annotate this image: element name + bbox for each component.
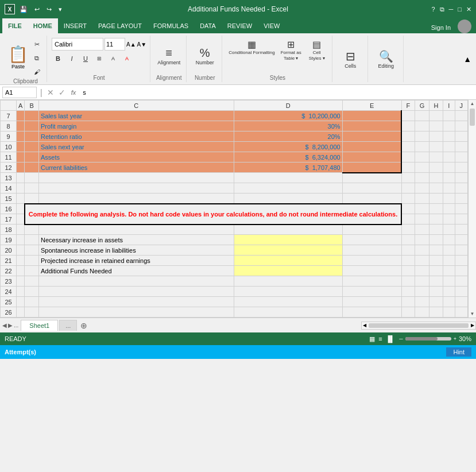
cell-d15[interactable] bbox=[234, 194, 342, 204]
cell-c12[interactable]: Current liabilities bbox=[38, 163, 234, 173]
sheet-tab-more[interactable]: ... bbox=[59, 320, 77, 331]
cell-j9[interactable] bbox=[455, 131, 467, 142]
restore-btn[interactable]: ⧉ bbox=[440, 6, 444, 13]
cell-h19[interactable] bbox=[429, 235, 443, 245]
italic-btn[interactable]: I bbox=[65, 52, 78, 65]
cell-f8[interactable] bbox=[401, 121, 415, 131]
col-header-c[interactable]: C bbox=[38, 100, 234, 111]
horizontal-scrollbar[interactable]: ◀ ▶ bbox=[361, 322, 476, 330]
cell-c13[interactable] bbox=[38, 173, 234, 183]
cell-a8[interactable] bbox=[17, 121, 25, 131]
cell-a16[interactable] bbox=[17, 204, 25, 214]
cell-h8[interactable] bbox=[429, 121, 443, 131]
decrease-font-btn[interactable]: A▼ bbox=[137, 41, 147, 48]
cell-a26[interactable] bbox=[17, 307, 25, 318]
cell-h20[interactable] bbox=[429, 245, 443, 256]
cell-g19[interactable] bbox=[415, 235, 429, 245]
cell-j17[interactable] bbox=[455, 214, 467, 225]
col-header-e[interactable]: E bbox=[342, 100, 401, 111]
cell-c20[interactable]: Spontaneous increase in liabilities bbox=[38, 245, 234, 256]
cell-a10[interactable] bbox=[17, 142, 25, 152]
cell-g12[interactable] bbox=[415, 163, 429, 173]
cell-g24[interactable] bbox=[415, 287, 429, 297]
cell-f14[interactable] bbox=[401, 183, 415, 194]
col-header-b[interactable]: B bbox=[25, 100, 39, 111]
cell-a21[interactable] bbox=[17, 256, 25, 266]
cell-h12[interactable] bbox=[429, 163, 443, 173]
cell-i14[interactable] bbox=[443, 183, 455, 194]
copy-btn[interactable]: ⧉ bbox=[30, 52, 43, 64]
hint-button[interactable]: Hint bbox=[446, 347, 471, 357]
next-sheet-btn[interactable]: ▶ bbox=[8, 322, 13, 328]
cell-d20[interactable] bbox=[234, 245, 342, 256]
cell-c21[interactable]: Projected increase in retained earnings bbox=[38, 256, 234, 266]
cell-i15[interactable] bbox=[443, 194, 455, 204]
zoom-slider[interactable] bbox=[405, 337, 451, 341]
format-painter-btn[interactable]: 🖌 bbox=[30, 65, 43, 78]
cell-j18[interactable] bbox=[455, 225, 467, 235]
col-header-h[interactable]: H bbox=[429, 100, 443, 111]
cell-c9[interactable]: Retention ratio bbox=[38, 131, 234, 142]
cell-j7[interactable] bbox=[455, 111, 467, 121]
col-header-i[interactable]: I bbox=[443, 100, 455, 111]
cell-b13[interactable] bbox=[25, 173, 39, 183]
cell-j25[interactable] bbox=[455, 297, 467, 307]
cell-c24[interactable] bbox=[38, 287, 234, 297]
cell-a23[interactable] bbox=[17, 276, 25, 287]
cell-b24[interactable] bbox=[25, 287, 39, 297]
alignment-btn[interactable]: ≡ Alignment bbox=[155, 46, 183, 67]
cell-d22[interactable] bbox=[234, 266, 342, 276]
editing-btn[interactable]: 🔍 Editing bbox=[376, 49, 396, 70]
cell-b22[interactable] bbox=[25, 266, 39, 276]
ribbon-collapse-btn[interactable]: ▲ bbox=[463, 55, 471, 64]
cell-j14[interactable] bbox=[455, 183, 467, 194]
cell-a15[interactable] bbox=[17, 194, 25, 204]
cell-j13[interactable] bbox=[455, 173, 467, 183]
cell-c26[interactable] bbox=[38, 307, 234, 318]
tab-file[interactable]: FILE bbox=[2, 18, 28, 33]
h-scroll-right-btn[interactable]: ▶ bbox=[470, 323, 475, 328]
cell-a11[interactable] bbox=[17, 152, 25, 163]
cell-d9[interactable]: 20% bbox=[234, 131, 342, 142]
cell-d14[interactable] bbox=[234, 183, 342, 194]
cell-c18[interactable] bbox=[38, 225, 234, 235]
col-header-a[interactable]: A bbox=[17, 100, 25, 111]
cut-btn[interactable]: ✂ bbox=[30, 38, 43, 51]
cell-b23[interactable] bbox=[25, 276, 39, 287]
cell-f26[interactable] bbox=[401, 307, 415, 318]
cell-i7[interactable] bbox=[443, 111, 455, 121]
page-break-view-btn[interactable]: ▐▌ bbox=[386, 335, 395, 342]
tab-view[interactable]: VIEW bbox=[258, 18, 285, 33]
cell-g17[interactable] bbox=[415, 214, 429, 225]
cell-j10[interactable] bbox=[455, 142, 467, 152]
cell-h23[interactable] bbox=[429, 276, 443, 287]
cell-h16[interactable] bbox=[429, 204, 443, 214]
cell-d10[interactable]: $ 8,200,000 bbox=[234, 142, 342, 152]
cell-e22[interactable] bbox=[342, 266, 401, 276]
number-btn[interactable]: % Number bbox=[194, 46, 216, 67]
cell-i22[interactable] bbox=[443, 266, 455, 276]
cell-h22[interactable] bbox=[429, 266, 443, 276]
zoom-in-btn[interactable]: + bbox=[454, 336, 456, 342]
tab-data[interactable]: DATA bbox=[194, 18, 222, 33]
cell-a13[interactable] bbox=[17, 173, 25, 183]
cell-b15[interactable] bbox=[25, 194, 39, 204]
cell-f18[interactable] bbox=[401, 225, 415, 235]
cell-b14[interactable] bbox=[25, 183, 39, 194]
minimize-btn[interactable]: ─ bbox=[449, 6, 454, 13]
cell-d21[interactable] bbox=[234, 256, 342, 266]
cell-c10[interactable]: Sales next year bbox=[38, 142, 234, 152]
cell-g21[interactable] bbox=[415, 256, 429, 266]
cell-d13[interactable] bbox=[234, 173, 342, 183]
cell-e20[interactable] bbox=[342, 245, 401, 256]
increase-font-btn[interactable]: A▲ bbox=[126, 41, 136, 48]
cell-h10[interactable] bbox=[429, 142, 443, 152]
cell-f15[interactable] bbox=[401, 194, 415, 204]
cell-f13[interactable] bbox=[401, 173, 415, 183]
cell-i17[interactable] bbox=[443, 214, 455, 225]
cell-g14[interactable] bbox=[415, 183, 429, 194]
cell-j24[interactable] bbox=[455, 287, 467, 297]
paste-btn[interactable]: 📋 Paste bbox=[8, 47, 28, 69]
cell-b25[interactable] bbox=[25, 297, 39, 307]
cell-d12[interactable]: $ 1,707,480 bbox=[234, 163, 342, 173]
